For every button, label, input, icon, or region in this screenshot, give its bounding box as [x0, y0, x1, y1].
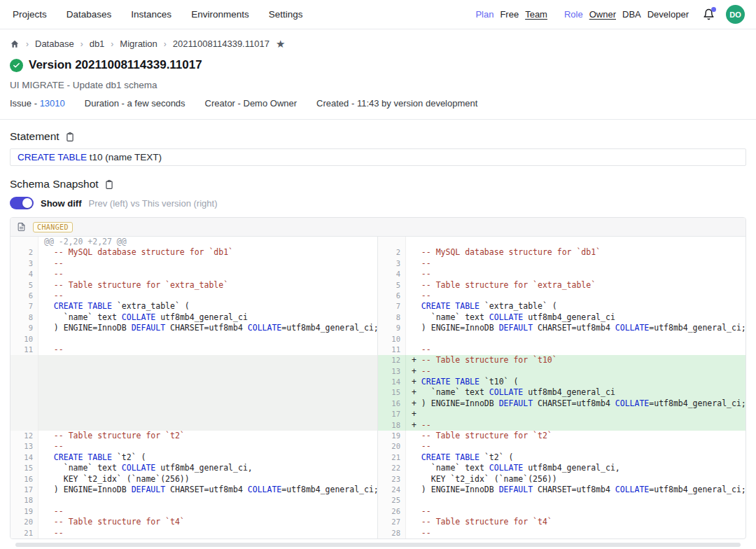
page-title: Version 20211008114339.11017	[29, 58, 202, 72]
breadcrumb-item[interactable]: 20211008114339.11017	[173, 39, 270, 49]
code-line: + --	[406, 366, 746, 377]
diff-spacer-row	[10, 387, 377, 398]
title-bar: Version 20211008114339.11017	[10, 58, 746, 72]
star-icon[interactable]: ★	[276, 39, 285, 49]
role-dba[interactable]: DBA	[622, 9, 641, 20]
diff-code-row: 17 ) ENGINE=InnoDB DEFAULT CHARSET=utf8m…	[10, 485, 377, 495]
section-divider	[0, 119, 756, 120]
diff-pane-previous: @@ -2,20 +2,27 @@2 -- MySQL database str…	[10, 237, 378, 538]
code-line	[38, 409, 377, 419]
diff-code-row: 11 --	[10, 345, 377, 355]
code-line: -- Table structure for `extra_table`	[406, 280, 746, 291]
diff-code-row: 14 CREATE TABLE `t2` (	[10, 452, 377, 463]
diff-spacer-row	[10, 409, 377, 419]
line-number	[10, 355, 38, 366]
line-number: 16	[378, 398, 406, 409]
line-number: 2	[10, 247, 38, 258]
role-developer[interactable]: Developer	[648, 9, 689, 20]
diff-code-row: 10	[10, 334, 377, 345]
snapshot-heading: Schema Snapshot	[10, 178, 99, 190]
plan-label: Plan	[475, 9, 493, 20]
issue-label: Issue -	[10, 98, 37, 109]
line-number: 21	[10, 528, 38, 538]
nav-item-instances[interactable]: Instances	[131, 9, 172, 20]
code-line: -- MySQL database structure for `db1`	[38, 247, 377, 258]
code-line: --	[38, 291, 377, 301]
nav-item-environments[interactable]: Environments	[191, 9, 249, 20]
line-number: 13	[378, 366, 406, 377]
code-line: --	[406, 506, 746, 517]
diff-code-row: 5 -- Table structure for `extra_table`	[10, 280, 377, 291]
meta-issue: Issue - 13010	[10, 98, 65, 109]
plan-team-link[interactable]: Team	[525, 9, 547, 20]
diff-code-row: 6 --	[378, 291, 746, 301]
role-group: Role Owner DBA Developer	[564, 9, 689, 20]
code-line: + ) ENGINE=InnoDB DEFAULT CHARSET=utf8mb…	[406, 398, 746, 409]
copy-statement-button[interactable]	[65, 132, 75, 142]
diff-code-row: 12+ -- Table structure for `t10`	[378, 355, 746, 366]
diff-code-row: 14+ CREATE TABLE `t10` (	[378, 377, 746, 387]
success-check-icon	[10, 59, 23, 72]
code-line: -- Table structure for `t2`	[406, 431, 746, 441]
diff-pane-current: 2 -- MySQL database structure for `db1`3…	[378, 237, 746, 538]
code-line	[38, 387, 377, 398]
diff-spacer-row	[10, 420, 377, 431]
code-line	[38, 377, 377, 387]
line-number: 8	[378, 312, 406, 323]
line-number: 15	[10, 463, 38, 473]
horizontal-scrollbar[interactable]	[15, 543, 741, 547]
code-line: --	[406, 345, 746, 355]
diff-code-row: 21 CREATE TABLE `t2` (	[378, 452, 746, 463]
avatar[interactable]: DO	[726, 5, 745, 24]
diff-code-row: 16+ ) ENGINE=InnoDB DEFAULT CHARSET=utf8…	[378, 398, 746, 409]
breadcrumb-item[interactable]: Database	[35, 39, 74, 49]
diff-code-row: 9 ) ENGINE=InnoDB DEFAULT CHARSET=utf8mb…	[378, 323, 746, 333]
code-line	[406, 237, 746, 247]
diff-code-row: 5 -- Table structure for `extra_table`	[378, 280, 746, 291]
notifications-button[interactable]	[703, 8, 715, 20]
diff-hunk-row	[378, 237, 746, 247]
nav-right: Plan Free Team Role Owner DBA Developer …	[475, 5, 745, 24]
code-line: --	[406, 258, 746, 269]
diff-code-row: 18+ --	[378, 420, 746, 431]
breadcrumb-item[interactable]: db1	[90, 39, 105, 49]
copy-snapshot-button[interactable]	[104, 179, 114, 190]
line-number: 18	[10, 495, 38, 506]
code-line: --	[38, 258, 377, 269]
diff-code-row: 20 -- Table structure for `t4`	[10, 517, 377, 527]
notification-dot	[711, 7, 716, 12]
diff-code-row: 2 -- MySQL database structure for `db1`	[10, 247, 377, 258]
migration-subtitle: UI MIGRATE - Update db1 schema	[10, 80, 746, 90]
code-line	[38, 495, 377, 506]
chevron-right-icon: ›	[80, 39, 83, 49]
line-number	[10, 377, 38, 387]
sql-rest: t10 (name TEXT)	[87, 152, 162, 162]
line-number: 5	[378, 280, 406, 291]
diff-code-row: 9 ) ENGINE=InnoDB DEFAULT CHARSET=utf8mb…	[10, 323, 377, 333]
code-line: CREATE TABLE `extra_table` (	[38, 301, 377, 312]
diff-code-row: 7 CREATE TABLE `extra_table` (	[378, 301, 746, 312]
statement-heading-row: Statement	[10, 130, 746, 143]
code-line: `name` text COLLATE utf8mb4_general_ci	[38, 312, 377, 323]
code-line: ) ENGINE=InnoDB DEFAULT CHARSET=utf8mb4 …	[38, 323, 377, 333]
breadcrumb-item[interactable]: Migration	[120, 39, 157, 49]
diff-code-row: 18	[10, 495, 377, 506]
nav-item-databases[interactable]: Databases	[66, 9, 112, 20]
role-owner[interactable]: Owner	[589, 9, 616, 20]
diff-code-row: 8 `name` text COLLATE utf8mb4_general_ci	[10, 312, 377, 323]
show-diff-toggle[interactable]	[10, 197, 34, 209]
nav-item-settings[interactable]: Settings	[269, 9, 303, 20]
home-button[interactable]	[10, 39, 20, 49]
changed-badge: CHANGED	[33, 222, 73, 232]
diff-code-row: 2 -- MySQL database structure for `db1`	[378, 247, 746, 258]
nav-item-projects[interactable]: Projects	[13, 9, 47, 20]
diff-code-row: 15 `name` text COLLATE utf8mb4_general_c…	[10, 463, 377, 473]
diff-code-row: 27 -- Table structure for `t4`	[378, 517, 746, 527]
line-number: 5	[10, 280, 38, 291]
snapshot-heading-row: Schema Snapshot	[10, 178, 746, 190]
diff-code-row: 13 --	[10, 441, 377, 452]
line-number: 11	[378, 345, 406, 355]
diff-header: CHANGED	[10, 218, 746, 237]
issue-link[interactable]: 13010	[40, 98, 65, 109]
file-icon	[17, 222, 26, 232]
